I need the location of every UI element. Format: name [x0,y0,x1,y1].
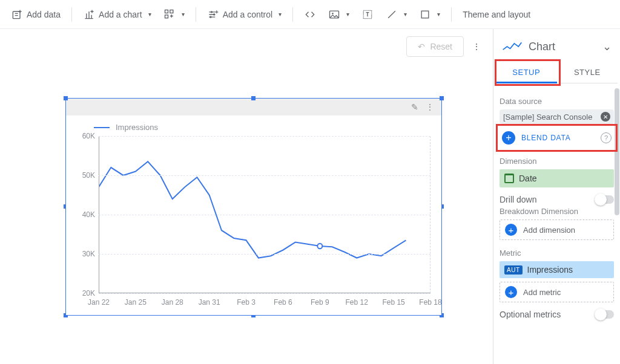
panel-tabs: SETUP STYLE [496,62,618,83]
dimension-chip[interactable]: Date [500,169,614,187]
caret-down-icon: ▾ [346,11,349,18]
image-button[interactable]: ▾ [323,5,354,24]
x-axis-label: Feb 6 [274,298,292,307]
chevron-down-icon[interactable]: ⌄ [602,40,612,53]
add-chart-button[interactable]: Add a chart ▾ [78,5,156,24]
resize-handle[interactable] [64,96,68,100]
chart-more-icon[interactable]: ⋮ [426,102,435,112]
embed-button[interactable] [299,5,321,24]
embed-icon [304,8,316,21]
main-body: ↶ Reset ⋮ ✎ ⋮ Impressions [0,29,620,364]
x-axis-label: Jan 28 [162,298,183,307]
line-icon [386,8,398,21]
theme-layout-button[interactable]: Theme and layout [458,6,535,23]
x-axis-label: Jan 22 [88,298,110,307]
top-toolbar: Add data Add a chart ▾ ▾ Add a control ▾… [0,0,620,29]
toolbar-separator [71,7,72,22]
svg-rect-1 [165,10,168,13]
svg-rect-0 [13,11,20,19]
optional-metrics-toggle[interactable] [596,310,614,319]
plus-icon: + [502,131,515,145]
blend-data-button[interactable]: + BLEND DATA ? [500,128,614,148]
svg-point-5 [213,13,215,15]
add-dimension-button[interactable]: + Add dimension [500,219,614,240]
more-menu-icon[interactable]: ⋮ [472,42,482,51]
plus-icon: + [505,286,517,298]
x-axis-label: Feb 3 [237,298,256,307]
community-viz-icon [163,8,176,21]
reset-bar: ↶ Reset ⋮ [406,36,482,57]
drilldown-toggle[interactable] [596,195,614,204]
svg-point-4 [211,11,213,13]
calendar-icon [504,174,514,183]
add-control-button[interactable]: Add a control ▾ [202,5,287,24]
y-axis-label: 60K [77,132,95,140]
add-chart-label: Add a chart [99,10,142,19]
x-axis-label: Jan 31 [199,298,220,307]
caret-down-icon: ▾ [404,11,407,18]
panel-title: Chart [529,41,596,53]
caret-down-icon: ▾ [437,11,440,18]
chart-body: Impressions 60K50K40K30K20KJan 22Jan 25J… [66,115,441,315]
chart-header: ✎ ⋮ [66,99,441,115]
resize-handle[interactable] [440,96,444,100]
data-source-name: [Sample] Search Console [503,112,592,122]
toolbar-separator [196,7,196,22]
panel-body: Data source [Sample] Search Console ✕ + … [493,83,620,364]
shape-icon [419,8,431,21]
chart-legend: Impressions [94,123,158,132]
toolbar-separator [292,7,293,22]
optional-metrics-row: Optional metrics [500,310,614,319]
optional-metrics-label: Optional metrics [500,310,561,319]
legend-label: Impressions [116,123,158,132]
legend-swatch [94,127,110,128]
chart-plot: 60K50K40K30K20KJan 22Jan 25Jan 28Jan 31F… [99,136,430,293]
add-metric-button[interactable]: + Add metric [500,282,614,302]
y-axis-label: 50K [77,171,95,180]
blend-label: BLEND DATA [521,134,595,142]
drilldown-row: Drill down [500,195,614,204]
reset-button[interactable]: ↶ Reset [406,36,464,57]
caret-down-icon: ▾ [148,11,151,18]
add-dimension-label: Add dimension [523,226,575,235]
metric-badge: AUT [504,265,523,275]
scrollbar[interactable] [615,88,619,215]
dimension-value: Date [519,174,537,183]
text-button[interactable] [357,5,378,24]
shape-button[interactable]: ▾ [414,5,445,24]
tab-setup[interactable]: SETUP [496,62,557,83]
dimension-heading: Dimension [500,157,614,166]
svg-point-6 [209,16,211,18]
resize-handle[interactable] [251,96,256,100]
remove-datasource-icon[interactable]: ✕ [601,112,610,122]
add-metric-label: Add metric [523,288,561,297]
add-community-viz-button[interactable]: ▾ [159,5,190,24]
properties-panel: Chart ⌄ SETUP STYLE Data source [Sample]… [493,29,620,364]
chart-type-icon [502,40,523,53]
plus-icon: + [505,224,517,236]
add-data-button[interactable]: Add data [6,5,65,24]
metric-heading: Metric [500,249,614,258]
x-axis-label: Feb 15 [382,298,404,307]
x-axis-label: Feb 18 [419,298,441,307]
add-control-label: Add a control [223,10,273,19]
canvas[interactable]: ↶ Reset ⋮ ✎ ⋮ Impressions [0,29,493,364]
breakdown-heading: Breakdown Dimension [500,207,614,216]
data-source-heading: Data source [500,97,614,106]
text-icon [361,8,374,21]
help-icon[interactable]: ? [601,132,612,143]
svg-rect-2 [170,10,173,13]
tab-style[interactable]: STYLE [557,62,618,83]
add-data-label: Add data [27,10,61,19]
edit-icon[interactable]: ✎ [411,102,418,112]
selected-chart[interactable]: ✎ ⋮ Impressions 60K50K40K30K20KJan 22Jan… [65,98,442,316]
y-axis-label: 40K [77,210,95,219]
panel-header[interactable]: Chart ⌄ [493,29,620,58]
svg-rect-10 [421,11,429,18]
x-axis-label: Feb 9 [311,298,329,307]
drilldown-label: Drill down [500,195,536,204]
metric-chip[interactable]: AUT Impressions [500,261,614,278]
data-source-chip[interactable]: [Sample] Search Console ✕ [500,109,614,124]
line-button[interactable]: ▾ [381,5,412,24]
add-chart-icon [83,8,95,21]
